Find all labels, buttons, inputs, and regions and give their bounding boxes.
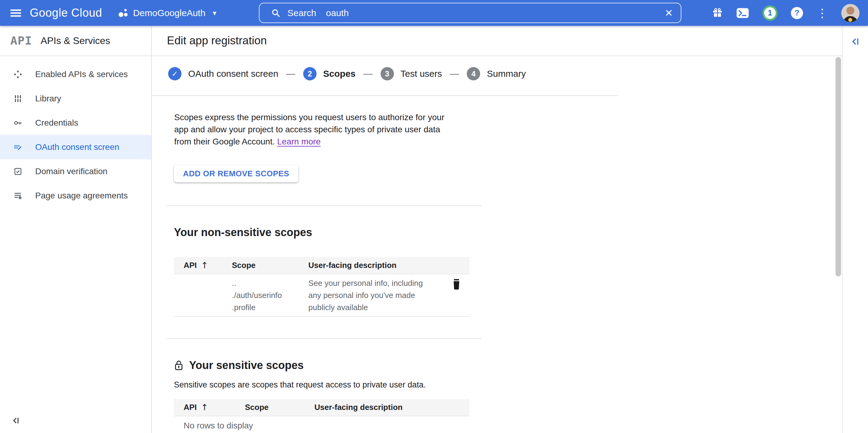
non-sensitive-scopes-table: API ↑ Scope User-facing description .. .… — [174, 257, 469, 317]
divider — [152, 95, 618, 96]
learn-more-link[interactable]: Learn more — [277, 137, 320, 146]
sidebar-item-credentials[interactable]: Credentials — [0, 111, 151, 135]
sidebar-item-library[interactable]: Library — [0, 87, 151, 111]
cell-api — [174, 277, 232, 313]
cell-actions — [443, 277, 469, 313]
gift-button[interactable] — [712, 8, 723, 19]
search-input[interactable]: Search oauth ✕ — [259, 3, 681, 23]
step-4-badge: 4 — [467, 67, 480, 81]
step-2-badge: 2 — [303, 67, 316, 81]
step-separator: — — [286, 69, 295, 79]
step-1-label[interactable]: OAuth consent screen — [188, 69, 278, 79]
agreements-icon — [13, 191, 23, 201]
main-content: Edit app registration ✓ OAuth consent sc… — [152, 26, 842, 433]
clear-search-button[interactable]: ✕ — [665, 7, 673, 19]
domain-verification-icon — [13, 166, 23, 177]
sidebar-title: APIs & Services — [41, 35, 110, 47]
step-3-label[interactable]: Test users — [401, 69, 442, 79]
cell-description: See your personal info, including any pe… — [308, 277, 443, 313]
step-2-label[interactable]: Scopes — [323, 69, 356, 79]
step-3-badge: 3 — [380, 67, 394, 81]
right-panel-strip — [842, 26, 868, 433]
sidebar-nav: Enabled APIs & services Library Credenti… — [0, 56, 151, 208]
sensitive-scopes-table: API ↑ Scope User-facing description — [174, 399, 469, 416]
sidebar-item-page-usage-agreements[interactable]: Page usage agreements — [0, 184, 151, 208]
more-options-button[interactable]: ⋮ — [816, 7, 828, 19]
collapse-panel-icon — [850, 36, 861, 47]
project-hexagons-icon — [118, 8, 129, 19]
main-area: Edit app registration ✓ OAuth consent sc… — [152, 26, 868, 433]
non-sensitive-scopes-title: Your non-sensitive scopes — [174, 226, 312, 239]
google-cloud-logo[interactable]: Google Cloud — [30, 6, 102, 20]
api-logo: API — [10, 34, 32, 47]
key-icon — [13, 118, 23, 128]
apis-icon — [13, 69, 23, 80]
step-separator: — — [364, 69, 373, 79]
collapse-info-panel-button[interactable] — [850, 36, 861, 48]
hamburger-icon — [9, 6, 23, 20]
project-name: DemoGoogleAuth — [133, 8, 205, 18]
step-4-label[interactable]: Summary — [487, 69, 526, 79]
scopes-description: Scopes express the permissions you reque… — [174, 111, 478, 148]
top-bar: Google Cloud DemoGoogleAuth ▾ Search oau… — [0, 0, 868, 26]
trash-icon — [451, 278, 462, 290]
sensitive-scopes-subtitle: Sensitive scopes are scopes that request… — [174, 380, 426, 390]
delete-scope-button[interactable] — [451, 278, 462, 291]
column-header-api[interactable]: API ↑ — [174, 402, 245, 412]
lock-icon — [174, 360, 184, 371]
table-row: .. ./auth/userinfo .profile See your per… — [174, 274, 469, 317]
sensitive-scopes-title: Your sensitive scopes — [174, 359, 304, 372]
cloud-shell-button[interactable] — [736, 8, 749, 19]
divider — [167, 206, 482, 206]
sidebar-item-domain-verification[interactable]: Domain verification — [0, 159, 151, 184]
table-header-row: API ↑ Scope User-facing description — [174, 399, 469, 416]
project-selector[interactable]: DemoGoogleAuth ▾ — [118, 8, 216, 19]
avatar[interactable] — [841, 4, 860, 22]
cell-scope: .. ./auth/userinfo .profile — [232, 277, 308, 313]
table-header-row: API ↑ Scope User-facing description — [174, 257, 469, 274]
page-title: Edit app registration — [167, 26, 267, 56]
stepper: ✓ OAuth consent screen — 2 Scopes — 3 Te… — [168, 65, 526, 83]
cloud-shell-icon — [736, 8, 749, 19]
column-header-description[interactable]: User-facing description — [314, 403, 469, 412]
column-header-description[interactable]: User-facing description — [308, 261, 443, 270]
divider — [167, 338, 482, 339]
gift-icon — [712, 8, 723, 19]
step-separator: — — [450, 69, 459, 79]
avatar-head — [846, 7, 854, 14]
sidebar-collapse-button[interactable] — [11, 416, 21, 426]
collapse-panel-icon — [11, 416, 21, 425]
menu-button[interactable] — [7, 5, 24, 22]
search-query: oauth — [326, 8, 349, 18]
help-button[interactable]: ? — [791, 7, 803, 19]
consent-screen-icon — [13, 142, 23, 152]
search-label: Search — [287, 8, 316, 18]
sort-ascending-icon: ↑ — [201, 402, 208, 412]
column-header-scope[interactable]: Scope — [232, 261, 308, 270]
column-header-scope[interactable]: Scope — [245, 403, 314, 412]
avatar-shirt-logo — [848, 18, 852, 22]
sidebar: API APIs & Services Enabled APIs & servi… — [0, 26, 152, 433]
sort-ascending-icon: ↑ — [201, 260, 208, 270]
search-icon — [271, 8, 281, 18]
topbar-actions: 1 ? ⋮ — [712, 0, 860, 26]
step-1-check-icon: ✓ — [168, 67, 182, 81]
empty-table-message: No rows to display — [184, 421, 253, 431]
notifications-badge[interactable]: 1 — [763, 5, 778, 21]
sidebar-header: API APIs & Services — [0, 26, 151, 56]
library-icon — [13, 93, 23, 104]
column-header-api[interactable]: API ↑ — [174, 260, 232, 270]
app-root: Google Cloud DemoGoogleAuth ▾ Search oau… — [0, 0, 868, 433]
sidebar-item-oauth-consent-screen[interactable]: OAuth consent screen — [0, 135, 151, 159]
chevron-down-icon: ▾ — [213, 9, 216, 17]
sidebar-item-enabled-apis[interactable]: Enabled APIs & services — [0, 62, 151, 87]
vertical-scrollbar[interactable] — [836, 57, 841, 276]
add-or-remove-scopes-button[interactable]: ADD OR REMOVE SCOPES — [174, 165, 298, 182]
page-header: Edit app registration — [152, 26, 842, 56]
